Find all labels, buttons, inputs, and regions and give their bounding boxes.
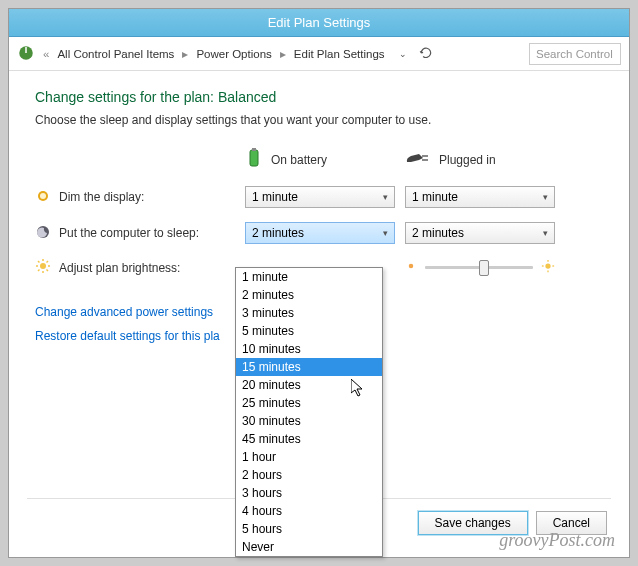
dropdown-option[interactable]: 15 minutes bbox=[236, 358, 382, 376]
power-options-icon bbox=[17, 44, 35, 64]
dropdown-option[interactable]: 10 minutes bbox=[236, 340, 382, 358]
window-title: Edit Plan Settings bbox=[268, 15, 371, 30]
breadcrumb-back-icon[interactable]: « bbox=[43, 48, 49, 60]
dropdown-option[interactable]: 20 minutes bbox=[236, 376, 382, 394]
svg-line-14 bbox=[38, 261, 40, 263]
row-brightness: Adjust plan brightness: bbox=[35, 258, 235, 277]
dim-battery-dropdown[interactable]: 1 minute▾ bbox=[245, 186, 395, 208]
dropdown-option[interactable]: 5 hours bbox=[236, 520, 382, 538]
brightness-plugged-slider[interactable] bbox=[405, 259, 555, 276]
dropdown-option[interactable]: 1 hour bbox=[236, 448, 382, 466]
row-sleep: Put the computer to sleep: bbox=[35, 224, 235, 243]
sleep-battery-dropdown-list[interactable]: 1 minute2 minutes3 minutes5 minutes10 mi… bbox=[235, 267, 383, 557]
row-dim-display: Dim the display: bbox=[35, 188, 235, 207]
svg-rect-2 bbox=[250, 150, 258, 166]
dropdown-option[interactable]: Never bbox=[236, 538, 382, 556]
breadcrumb-item[interactable]: Power Options bbox=[196, 48, 271, 60]
sleep-plugged-dropdown[interactable]: 2 minutes▾ bbox=[405, 222, 555, 244]
chevron-down-icon: ▾ bbox=[383, 192, 388, 202]
dropdown-option[interactable]: 45 minutes bbox=[236, 430, 382, 448]
dropdown-option[interactable]: 3 minutes bbox=[236, 304, 382, 322]
svg-rect-4 bbox=[422, 155, 428, 157]
battery-icon bbox=[245, 147, 263, 172]
chevron-down-icon: ▾ bbox=[543, 192, 548, 202]
search-placeholder: Search Control bbox=[536, 48, 613, 60]
dropdown-option[interactable]: 4 hours bbox=[236, 502, 382, 520]
chevron-down-icon: ▾ bbox=[383, 228, 388, 238]
chevron-down-icon[interactable]: ⌄ bbox=[399, 49, 407, 59]
refresh-icon[interactable] bbox=[419, 46, 433, 62]
page-subheading: Choose the sleep and display settings th… bbox=[35, 113, 603, 127]
breadcrumb-item[interactable]: Edit Plan Settings bbox=[294, 48, 385, 60]
settings-grid: On battery Plugged in Dim the display: 1… bbox=[35, 147, 603, 277]
content-area: Change settings for the plan: Balanced C… bbox=[9, 71, 629, 557]
sleep-icon bbox=[35, 224, 51, 243]
dropdown-option[interactable]: 30 minutes bbox=[236, 412, 382, 430]
dropdown-option[interactable]: 2 minutes bbox=[236, 286, 382, 304]
watermark: groovyPost.com bbox=[499, 530, 615, 551]
dropdown-option[interactable]: 1 minute bbox=[236, 268, 382, 286]
svg-line-15 bbox=[47, 270, 49, 272]
breadcrumb-item[interactable]: All Control Panel Items bbox=[57, 48, 174, 60]
plug-icon bbox=[405, 150, 431, 169]
dropdown-option[interactable]: 2 hours bbox=[236, 466, 382, 484]
slider-track[interactable] bbox=[425, 266, 533, 269]
breadcrumb-bar: « All Control Panel Items ▸ Power Option… bbox=[9, 37, 629, 71]
svg-point-18 bbox=[409, 264, 414, 269]
dropdown-option[interactable]: 25 minutes bbox=[236, 394, 382, 412]
brightness-low-icon bbox=[405, 260, 417, 275]
dropdown-option[interactable]: 5 minutes bbox=[236, 322, 382, 340]
svg-rect-3 bbox=[252, 148, 256, 151]
chevron-right-icon: ▸ bbox=[280, 47, 286, 61]
svg-line-16 bbox=[38, 270, 40, 272]
sleep-battery-dropdown[interactable]: 2 minutes▾ bbox=[245, 222, 395, 244]
svg-rect-5 bbox=[422, 159, 428, 161]
svg-point-19 bbox=[545, 263, 550, 268]
search-input[interactable]: Search Control bbox=[529, 43, 621, 65]
column-header-battery: On battery bbox=[245, 147, 395, 172]
slider-thumb[interactable] bbox=[479, 260, 489, 276]
svg-rect-1 bbox=[25, 47, 27, 53]
column-header-plugged: Plugged in bbox=[405, 150, 555, 169]
svg-point-7 bbox=[40, 193, 46, 199]
titlebar: Edit Plan Settings bbox=[9, 9, 629, 37]
svg-point-9 bbox=[40, 263, 46, 269]
window: Edit Plan Settings « All Control Panel I… bbox=[8, 8, 630, 558]
brightness-icon bbox=[35, 258, 51, 277]
dim-plugged-dropdown[interactable]: 1 minute▾ bbox=[405, 186, 555, 208]
page-heading: Change settings for the plan: Balanced bbox=[35, 89, 603, 105]
dim-display-icon bbox=[35, 188, 51, 207]
chevron-right-icon: ▸ bbox=[182, 47, 188, 61]
dropdown-option[interactable]: 3 hours bbox=[236, 484, 382, 502]
brightness-high-icon bbox=[541, 259, 555, 276]
svg-line-17 bbox=[47, 261, 49, 263]
chevron-down-icon: ▾ bbox=[543, 228, 548, 238]
